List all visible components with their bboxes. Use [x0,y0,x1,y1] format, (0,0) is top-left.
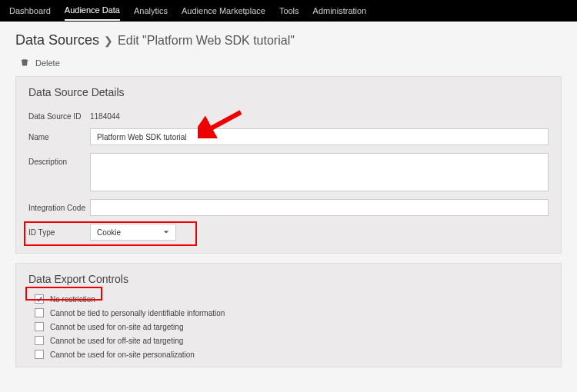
chevron-down-icon [163,228,169,237]
row-data-source-id: Data Source ID 1184044 [28,108,549,121]
checkbox-no-restriction[interactable] [35,294,44,304]
trash-icon [20,58,29,68]
chevron-right-icon: ❯ [104,35,113,47]
row-description: Description [28,153,549,191]
integration-code-input[interactable] [90,199,549,216]
page-body: Data Sources ❯ Edit "Platform Web SDK tu… [0,22,577,381]
export-item-pii[interactable]: Cannot be tied to personally identifiabl… [35,308,549,317]
export-panel-title: Data Export Controls [28,273,549,285]
breadcrumb: Data Sources ❯ Edit "Platform Web SDK tu… [15,32,562,48]
data-source-details-panel: Data Source Details Data Source ID 11840… [15,76,562,254]
checkbox-onsite-ad[interactable] [35,322,44,331]
nav-analytics[interactable]: Analytics [134,2,168,20]
export-item-label: Cannot be used for on-site ad targeting [50,323,183,331]
name-input[interactable] [90,128,549,145]
label-data-source-id: Data Source ID [28,108,90,121]
row-id-type: ID Type Cookie [28,224,549,241]
nav-dashboard[interactable]: Dashboard [9,2,51,20]
export-list: No restriction Cannot be tied to persona… [28,294,549,359]
breadcrumb-root[interactable]: Data Sources [15,32,99,48]
export-item-label: No restriction [50,295,95,304]
checkbox-onsite-personalization[interactable] [35,350,44,359]
label-id-type: ID Type [28,224,90,237]
delete-action[interactable]: Delete [15,58,562,68]
row-name: Name [28,128,549,145]
value-data-source-id: 1184044 [90,108,120,121]
top-nav: Dashboard Audience Data Analytics Audien… [0,0,577,22]
export-item-label: Cannot be used for on-site personalizati… [50,350,195,359]
export-item-onsite-ad[interactable]: Cannot be used for on-site ad targeting [35,322,549,331]
row-integration-code: Integration Code [28,199,549,216]
nav-tools[interactable]: Tools [279,2,299,20]
export-item-offsite-ad[interactable]: Cannot be used for off-site ad targeting [35,336,549,345]
id-type-select-value: Cookie [97,228,121,237]
export-item-label: Cannot be tied to personally identifiabl… [50,309,225,317]
label-integration-code: Integration Code [28,199,90,212]
export-item-no-restriction[interactable]: No restriction [35,294,549,304]
checkbox-offsite-ad[interactable] [35,336,44,345]
checkbox-pii[interactable] [35,308,44,317]
delete-label: Delete [35,58,60,68]
nav-administration[interactable]: Administration [313,2,367,20]
label-description: Description [28,153,90,166]
export-item-onsite-personalization[interactable]: Cannot be used for on-site personalizati… [35,350,549,359]
breadcrumb-current: Edit "Platform Web SDK tutorial" [118,34,295,48]
label-name: Name [28,128,90,141]
nav-audience-marketplace[interactable]: Audience Marketplace [182,2,265,20]
details-panel-title: Data Source Details [28,86,549,98]
description-textarea[interactable] [90,153,549,191]
data-export-controls-panel: Data Export Controls No restriction Cann… [15,263,562,367]
nav-audience-data[interactable]: Audience Data [65,1,120,21]
id-type-select[interactable]: Cookie [90,224,176,241]
export-item-label: Cannot be used for off-site ad targeting [50,337,183,345]
